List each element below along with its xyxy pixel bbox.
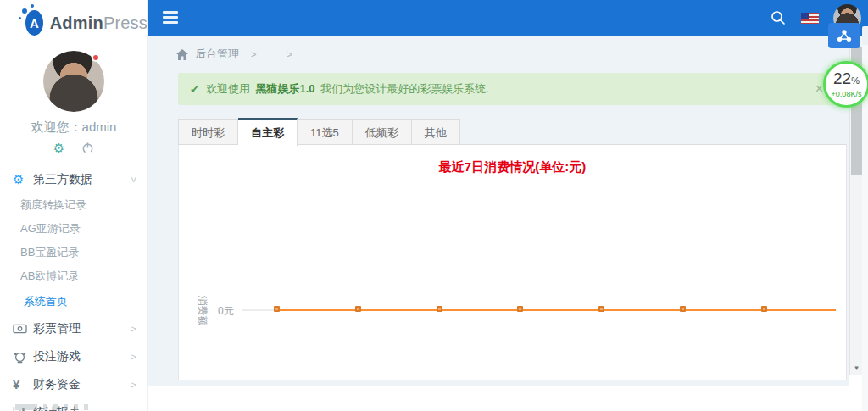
chart-panel: 最近7日消费情况(单位:元) 消费额 0元 — [178, 144, 847, 380]
search-icon[interactable] — [770, 9, 787, 26]
sidebar-item-label: 彩票管理 — [33, 321, 131, 336]
chevron-right-icon: > — [131, 352, 136, 362]
sidebar-item-ag-log[interactable]: AG亚游记录 — [0, 217, 147, 241]
brand-name: AdminPress — [50, 14, 147, 33]
chevron-right-icon: > — [131, 408, 136, 411]
brand: A AdminPress — [0, 0, 147, 46]
chart-marker — [761, 306, 767, 312]
alert-highlight: 黑猫娱乐1.0 — [256, 82, 315, 95]
sidebar-item-label: 财务资金 — [33, 377, 131, 392]
alert-text: 欢迎使用 黑猫娱乐1.0 我们为您设计最好的彩票娱乐系统. — [206, 81, 489, 97]
close-icon[interactable]: × — [815, 82, 823, 96]
breadcrumb-root[interactable]: 后台管理 — [195, 47, 239, 62]
tab-11xuan5[interactable]: 11选5 — [298, 119, 353, 145]
speed-value: +0.08K/s — [832, 90, 862, 98]
sidebar-item-third-party-data[interactable]: ⚙ 第三方数据 > — [0, 165, 147, 193]
share-app-icon[interactable] — [828, 23, 860, 48]
tab-zizhucai[interactable]: 自主彩 — [238, 118, 298, 146]
welcome-alert: ✔ 欢迎使用 黑猫娱乐1.0 我们为您设计最好的彩票娱乐系统. × — [178, 73, 835, 105]
overlay-sliver — [862, 26, 868, 45]
sidebar-item-betting-games[interactable]: 投注游戏 > — [0, 342, 147, 370]
topbar — [148, 0, 868, 36]
menu-toggle-icon[interactable] — [163, 11, 178, 25]
main-content: 后台管理 > > ✔ 欢迎使用 黑猫娱乐1.0 我们为您设计最好的彩票娱乐系统.… — [148, 36, 849, 386]
sidebar-item-label: 第三方数据 — [33, 172, 131, 187]
user-block: 欢迎您：admin ⚙ — [0, 46, 147, 154]
y-axis-label: 消费额 — [195, 292, 209, 330]
tab-dipincai[interactable]: 低频彩 — [353, 119, 412, 145]
chart-marker — [274, 306, 280, 312]
sidebar-item-system-home[interactable]: 系统首页 — [0, 288, 147, 314]
chart-marker — [680, 306, 686, 312]
chart-title: 最近7日消费情况(单位:元) — [179, 159, 846, 175]
brand-logo-icon: A — [25, 10, 43, 36]
speed-badge[interactable]: 22% +0.08K/s — [823, 61, 868, 108]
sidebar-item-bb-log[interactable]: BB宝盈记录 — [0, 241, 147, 264]
sidebar: A AdminPress 欢迎您：admin ⚙ ⚙ 第三方数据 > 额度转换记… — [0, 0, 148, 411]
chevron-down-icon: > — [129, 176, 139, 181]
chart-marker — [517, 306, 523, 312]
breadcrumb-separator: > — [287, 49, 292, 59]
language-flag-icon[interactable] — [801, 13, 819, 24]
yen-icon: ¥ — [13, 377, 19, 392]
tab-shishicai[interactable]: 时时彩 — [178, 119, 238, 145]
chart-marker — [598, 306, 604, 312]
notification-badge — [92, 53, 100, 62]
chart-marker — [437, 306, 442, 312]
sidebar-item-ab-log[interactable]: AB欧博记录 — [0, 264, 147, 288]
sidebar-menu: ⚙ 第三方数据 > 额度转换记录 AG亚游记录 BB宝盈记录 AB欧博记录 系统… — [0, 165, 147, 411]
chart-plot — [242, 306, 836, 318]
gear-icon: ⚙ — [13, 173, 24, 186]
tab-qita[interactable]: 其他 — [412, 119, 460, 145]
sidebar-item-lottery-management[interactable]: 彩票管理 > — [0, 314, 147, 342]
scrollbar-down-arrow[interactable]: ▾ — [850, 362, 863, 375]
chart-line — [278, 309, 836, 311]
chart-marker — [355, 306, 361, 312]
sidebar-item-finance-funds[interactable]: ¥ 财务资金 > — [0, 370, 147, 398]
sidebar-item-label: 投注游戏 — [33, 349, 131, 364]
sidebar-item-quota-convert-log[interactable]: 额度转换记录 — [0, 193, 147, 217]
welcome-text: 欢迎您：admin — [0, 119, 147, 136]
y-axis-tick: 0元 — [218, 304, 234, 319]
logout-icon[interactable] — [81, 142, 94, 154]
chevron-right-icon: > — [131, 380, 136, 390]
ticket-icon — [13, 322, 33, 335]
settings-icon[interactable]: ⚙ — [53, 142, 64, 154]
breadcrumb-separator: > — [251, 49, 256, 59]
game-icon — [13, 350, 33, 364]
home-icon[interactable] — [176, 49, 188, 60]
check-icon: ✔ — [190, 83, 199, 96]
page-edge-artifact — [15, 404, 88, 410]
breadcrumb: 后台管理 > > — [176, 47, 292, 62]
tab-bar: 时时彩 自主彩 11选5 低频彩 其他 — [178, 119, 460, 147]
chevron-right-icon: > — [131, 324, 136, 334]
